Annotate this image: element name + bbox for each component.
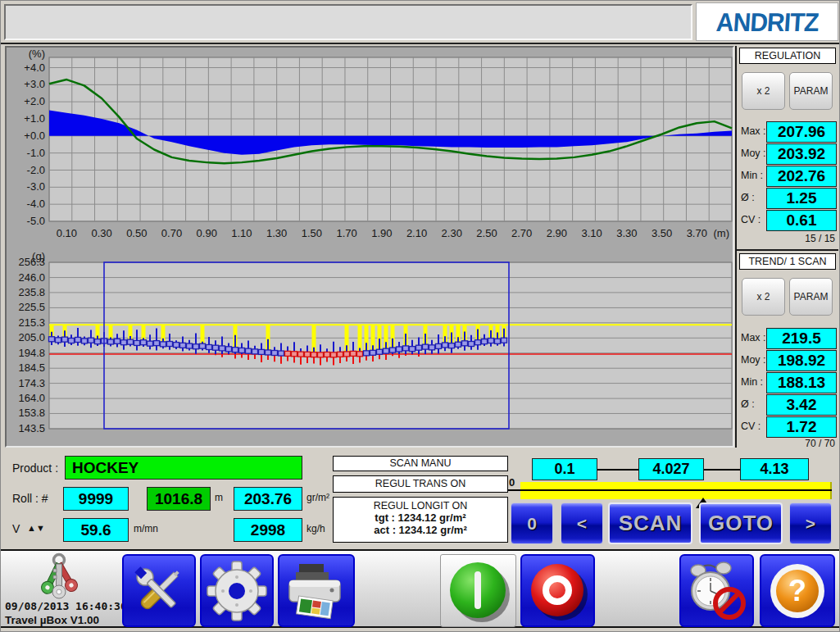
svg-text:3.50: 3.50 [652, 227, 672, 239]
speed-updown-icon: ▲▼ [27, 523, 45, 533]
svg-text:+3.0: +3.0 [24, 78, 45, 90]
trend-x2-button[interactable]: x 2 [742, 278, 785, 316]
svg-text:+1.0: +1.0 [24, 112, 45, 125]
print-button[interactable] [278, 554, 355, 627]
nav-zero-button[interactable]: 0 [511, 502, 553, 544]
stop-button[interactable] [520, 554, 595, 627]
speed-label: V [12, 522, 20, 535]
production-rate-value: 2998 [234, 518, 302, 542]
help-icon: ? [765, 558, 830, 624]
svg-text:235.8: 235.8 [18, 286, 45, 298]
regulation-count: 15 / 15 [805, 233, 835, 244]
production-rate-unit: kg/h [306, 523, 325, 534]
trend-sigma-value: 3.42 [766, 394, 837, 416]
regulation-sigma-value: 1.25 [766, 188, 837, 209]
scan-button[interactable]: SCAN [608, 502, 692, 544]
settings-button[interactable] [200, 554, 274, 627]
right-panel-column: REGULATION x 2 PARAM Max : 207.96 Moy : … [735, 46, 838, 448]
keys-icon [29, 552, 88, 600]
position-left-value: 0.1 [532, 458, 597, 480]
svg-text:-4.0: -4.0 [27, 198, 45, 210]
svg-text:3.30: 3.30 [616, 227, 637, 239]
svg-text:1.70: 1.70 [336, 227, 356, 239]
svg-text:0.30: 0.30 [91, 227, 111, 239]
trend-sigma-label: Ø : [741, 398, 755, 410]
svg-text:215.3: 215.3 [18, 316, 45, 329]
help-button[interactable]: ? [760, 554, 835, 627]
trend-min-value: 188.13 [766, 372, 837, 393]
svg-text:+2.0: +2.0 [24, 95, 45, 107]
regulation-min-label: Min : [741, 170, 763, 181]
trend-scan-chart[interactable]: 256.3246.0235.8225.5215.3205.0194.8184.5… [7, 251, 733, 448]
svg-text:1.10: 1.10 [231, 227, 252, 239]
trend-count: 70 / 70 [805, 438, 835, 449]
regulation-x2-button[interactable]: x 2 [742, 72, 785, 110]
regulation-profile-chart[interactable]: +4.0+3.0+2.0+1.0+0.0-1.0-2.0-3.0-4.0-5.0… [7, 48, 733, 249]
trend-panel-title: TREND/ 1 SCAN [739, 253, 836, 270]
svg-text:+0.0: +0.0 [24, 130, 45, 142]
svg-text:(%): (%) [29, 48, 45, 60]
trend-cv-label: CV : [741, 421, 761, 432]
roll-length-value: 1016.8 [147, 487, 211, 511]
svg-text:1.30: 1.30 [266, 227, 287, 239]
svg-text:2.70: 2.70 [511, 227, 532, 239]
printer-icon [284, 559, 348, 623]
svg-text:143.5: 143.5 [18, 422, 45, 434]
regul-longit-title: REGUL LONGIT ON [334, 500, 507, 512]
product-label: Product : [12, 461, 58, 475]
regulation-max-value: 207.96 [766, 121, 837, 143]
regulation-sigma-label: Ø : [741, 192, 755, 203]
logo-box: ANDRITZ [696, 2, 838, 41]
svg-text:-1.0: -1.0 [27, 147, 45, 159]
svg-text:-5.0: -5.0 [27, 215, 45, 227]
gear-icon [206, 560, 268, 622]
login-keys-button[interactable] [29, 552, 88, 600]
position-zero-line [507, 489, 832, 491]
svg-text:194.8: 194.8 [18, 347, 45, 359]
trend-moy-label: Moy : [741, 354, 766, 366]
svg-text:0.10: 0.10 [57, 227, 77, 239]
svg-text:3.10: 3.10 [581, 227, 602, 239]
trend-max-value: 219.5 [766, 328, 837, 349]
nav-next-button[interactable]: > [789, 502, 832, 544]
alarms-button[interactable] [679, 554, 754, 627]
basis-weight-unit: gr/m² [306, 492, 329, 503]
regul-longit-indicator[interactable]: REGUL LONGIT ON tgt : 1234.12 gr/m² act … [333, 497, 508, 543]
regulation-moy-value: 203.92 [766, 143, 837, 165]
regul-trans-indicator[interactable]: REGUL TRANS ON [333, 475, 508, 493]
message-area [4, 4, 692, 40]
svg-text:2.50: 2.50 [476, 227, 497, 239]
basis-weight-value: 203.76 [234, 487, 302, 511]
svg-text:205.0: 205.0 [18, 331, 45, 343]
goto-button[interactable]: GOTO [699, 502, 783, 544]
travel-ubox-screen: ANDRITZ +4.0+3.0+2.0+1.0+0.0-1.0-2.0-3.0… [0, 0, 840, 632]
svg-text:(m): (m) [714, 227, 730, 239]
panel-divider [737, 249, 838, 251]
svg-text:+4.0: +4.0 [24, 61, 45, 74]
regulation-moy-label: Moy : [741, 148, 766, 159]
bottom-info: Product : HOCKEY Roll : # 9999 1016.8 m … [2, 449, 839, 549]
version-text: Travel µBox V1.00 [5, 614, 99, 626]
roll-number-value: 9999 [63, 487, 129, 511]
svg-text:2.30: 2.30 [442, 227, 462, 239]
svg-text:225.5: 225.5 [18, 301, 45, 313]
speed-unit: m/mn [134, 523, 158, 534]
svg-text:164.0: 164.0 [18, 392, 45, 404]
svg-text:1.90: 1.90 [371, 227, 392, 239]
regulation-panel-title: REGULATION [739, 48, 836, 64]
svg-text:2.90: 2.90 [547, 227, 567, 239]
tools-button[interactable] [122, 554, 196, 627]
scan-mode-indicator[interactable]: SCAN MANU [333, 456, 508, 471]
svg-text:153.8: 153.8 [18, 407, 45, 419]
regul-longit-actual: act : 1234.12 gr/m² [334, 524, 507, 536]
speed-value: 59.6 [63, 518, 129, 542]
roll-length-unit: m [215, 492, 223, 503]
regulation-min-value: 202.76 [766, 166, 837, 187]
nav-prev-button[interactable]: < [561, 502, 603, 544]
trend-max-label: Max : [741, 332, 766, 343]
regulation-param-button[interactable]: PARAM [789, 72, 833, 110]
trend-param-button[interactable]: PARAM [789, 278, 833, 316]
position-zero-label: 0 [509, 476, 515, 489]
start-button[interactable] [440, 554, 516, 627]
position-current-value: 4.027 [638, 458, 704, 480]
